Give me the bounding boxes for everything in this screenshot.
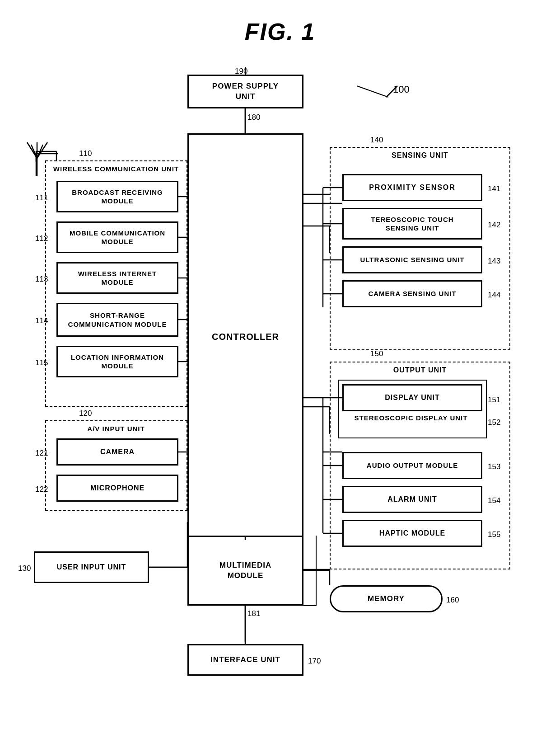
ref-111: 111 [35,193,48,202]
wireless-comm-label: WIRELESS COMMUNICATION UNIT [46,163,186,175]
memory-box: MEMORY [330,585,443,612]
proximity-sensor-box: PROXIMITY SENSOR [342,174,482,201]
ref-181: 181 [247,609,260,618]
ref-140: 140 [370,136,383,145]
ref-130: 130 [18,564,31,573]
ref-115: 115 [35,358,48,367]
controller-box: CONTROLLER [187,133,303,540]
svg-line-29 [37,142,47,158]
ref-143: 143 [488,257,500,266]
mobile-comm-box: MOBILE COMMUNICATION MODULE [56,221,178,253]
location-info-box: LOCATION INFORMATION MODULE [56,346,178,377]
ref-120: 120 [79,409,92,418]
ref-154: 154 [488,496,500,505]
power-supply-box: POWER SUPPLY UNIT [187,75,303,108]
ref-152: 152 [488,418,500,427]
user-input-box: USER INPUT UNIT [34,551,149,583]
display-unit-box: DISPLAY UNIT [342,384,482,411]
ref-160: 160 [446,596,459,605]
ref-142: 142 [488,221,500,230]
ref-151: 151 [488,395,500,405]
wireless-internet-box: WIRELESS INTERNET MODULE [56,262,178,294]
microphone-box: MICROPHONE [56,475,178,502]
av-input-label: A/V INPUT UNIT [46,423,186,435]
ref-113: 113 [35,275,48,284]
ref-155: 155 [488,530,500,539]
svg-line-23 [357,86,388,97]
ref-114: 114 [35,316,48,325]
ref-121: 121 [35,449,48,458]
camera-box: CAMERA [56,438,178,466]
interface-unit-box: INTERFACE UNIT [187,644,303,676]
ref-112: 112 [35,234,48,243]
svg-line-28 [37,145,43,158]
haptic-module-box: HAPTIC MODULE [342,520,482,547]
ref100-arrow [352,84,397,102]
broadcast-box: BROADCAST RECEIVING MODULE [56,181,178,212]
ultrasonic-box: ULTRASONIC SENSING UNIT [342,246,482,273]
stereo-touch-box: TEREOSCOPIC TOUCH SENSING UNIT [342,208,482,240]
ref-144: 144 [488,291,500,300]
output-unit-label: OUTPUT UNIT [331,364,509,377]
camera-sensing-box: CAMERA SENSING UNIT [342,280,482,307]
ref-170: 170 [308,657,321,666]
multimedia-module-box: MULTIMEDIA MODULE [187,536,303,606]
ref-150: 150 [370,349,383,358]
audio-output-box: AUDIO OUTPUT MODULE [342,452,482,479]
ref-153: 153 [488,462,500,471]
figure-title: FIG. 1 [245,18,315,45]
ref-122: 122 [35,485,48,494]
short-range-box: SHORT-RANGE COMMUNICATION MODULE [56,303,178,337]
ref-180: 180 [247,113,260,122]
ref-110: 110 [79,149,92,158]
ref-141: 141 [488,184,500,193]
alarm-unit-box: ALARM UNIT [342,486,482,513]
ref-100: 100 [393,84,410,95]
svg-line-26 [31,145,37,158]
sensing-unit-label: SENSING UNIT [331,149,509,162]
svg-line-25 [27,142,37,158]
stereo-display-label: STEREOSCOPIC DISPLAY UNIT [343,414,479,423]
